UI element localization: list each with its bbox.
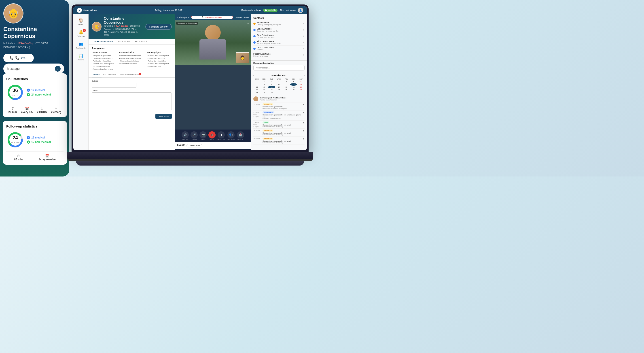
subject-label: Subject	[92, 80, 172, 82]
send-icon[interactable]: →	[300, 66, 302, 69]
cal-day[interactable]	[253, 81, 260, 83]
cal-day-27[interactable]: 27	[298, 89, 304, 91]
cal-day-13[interactable]: 13	[298, 83, 304, 86]
call-donut-chart: 36 CALLS	[6, 84, 24, 101]
add-caller-button[interactable]: 👤+	[228, 131, 234, 138]
message-bar[interactable]: Message ↓	[3, 64, 64, 74]
tab-providers[interactable]: PROVIDERS	[132, 39, 149, 44]
tab-call-history[interactable]: CALL HISTORY	[102, 73, 118, 77]
contact-first-d: First D-Last Name Primary pharmacy ▼	[253, 52, 304, 58]
cal-day-1[interactable]: 1	[261, 81, 268, 83]
sidebar-item-home[interactable]: 🏠 Home	[74, 16, 88, 27]
cal-day-11[interactable]: 11	[283, 83, 290, 86]
cal-day-3[interactable]: 3	[276, 81, 283, 83]
cal-day-10[interactable]: 10	[276, 83, 283, 86]
laptop-container: N Never Alone Friday, November 12 2021 E…	[67, 5, 313, 172]
cal-day-4[interactable]: 4	[283, 81, 290, 83]
tab-notes[interactable]: NOTES	[92, 73, 102, 77]
call-statistics-card: Call statistics 36 CALLS + 12 medical	[3, 73, 67, 117]
sidebar-item-followup[interactable]: 🔔 Follow-up 24	[74, 28, 88, 39]
cal-day-29[interactable]: 29	[261, 91, 268, 94]
contact-d-arrow[interactable]: ▼	[302, 54, 304, 56]
patient-cts: CTS 90853	[36, 42, 48, 45]
volume-button[interactable]: 🔊	[182, 131, 189, 138]
cal-day-12[interactable]: 12	[290, 83, 297, 86]
cal-day-24[interactable]: 24	[276, 89, 283, 91]
save-notes-button[interactable]: Save notes	[156, 114, 172, 119]
video-button[interactable]: 📷	[200, 131, 206, 138]
sound-button[interactable]: 🎤	[190, 131, 198, 138]
add-caller-control: 👤+ ADD CALLER	[227, 131, 235, 140]
app-logo: N Never Alone	[77, 8, 97, 13]
cal-day-21[interactable]: 21	[253, 89, 260, 91]
hold-button[interactable]: ⏸	[218, 131, 225, 138]
cal-day-8[interactable]: 8	[261, 83, 268, 86]
cal-day-30[interactable]: 30	[268, 91, 275, 94]
cal-day-7[interactable]: 7	[253, 83, 260, 86]
cal-day-28[interactable]: 28	[253, 91, 260, 94]
event-expand-1[interactable]: ▼	[302, 103, 304, 109]
emergency-button[interactable]: 📞 Emergency services	[191, 16, 233, 19]
event-appointment: 5:00pmEnds 5:40pm appointment Subject lo…	[253, 111, 304, 121]
event-subtitle-2: Provider/Location/Contact	[262, 118, 301, 119]
cal-day-23[interactable]: 23	[268, 89, 275, 91]
cal-day-14[interactable]: 14	[253, 86, 260, 88]
event-expand-4[interactable]: ▼	[302, 130, 304, 136]
end-call-control: 📵 END CALL	[208, 131, 216, 140]
contact-vance-role: Secondary emergency, Son	[257, 30, 301, 32]
cal-day-2[interactable]: 2	[268, 81, 275, 83]
issue-1: Temporibus quibusdam	[92, 54, 116, 57]
cal-day-19[interactable]: 19	[290, 86, 297, 88]
medical-button[interactable]: 🏥	[237, 131, 244, 138]
cal-day-empty-3[interactable]	[290, 91, 297, 94]
event-expand-5[interactable]: ▼	[302, 138, 304, 144]
call-button[interactable]: 📞 Call	[3, 54, 34, 62]
cal-day-empty-1[interactable]	[276, 91, 283, 94]
event-content-2: appointment Subject lorem ipsum dolor se…	[262, 111, 301, 119]
cal-day-empty-4[interactable]	[298, 91, 304, 94]
availability-toggle[interactable]: Available	[263, 9, 278, 12]
message-input[interactable]	[255, 67, 299, 69]
complete-session-button[interactable]: Complete session	[145, 24, 172, 30]
event-expand-3[interactable]: ▼	[302, 122, 304, 128]
call-scripts-link[interactable]: Call scripts ↗	[177, 16, 190, 19]
cal-day-15[interactable]: 15	[261, 86, 268, 88]
resolve-value: 2-day resolve	[38, 158, 56, 161]
cal-day-16[interactable]: 16	[268, 86, 275, 88]
sidebar-item-reports[interactable]: 📊 Reports	[74, 52, 88, 63]
tab-followup-tickets[interactable]: FOLLOW-UP TICKETS !	[118, 73, 141, 77]
cal-day-18[interactable]: 18	[283, 86, 290, 88]
cal-day-5[interactable]: 5	[290, 81, 297, 83]
cal-day-9[interactable]: 9	[268, 83, 275, 86]
participants-icon: 👥	[78, 42, 84, 47]
create-event-button[interactable]: + Create event	[186, 144, 202, 147]
call-label: CALLS	[12, 94, 18, 96]
contact-arrow[interactable]: ▼	[302, 22, 304, 25]
cal-day-17[interactable]: 17	[276, 86, 283, 88]
tab-medication[interactable]: MEDICATION	[116, 39, 132, 44]
contact-vance-arrow[interactable]: ▼	[302, 29, 304, 31]
sidebar-item-participants[interactable]: 👥 Participants	[74, 40, 88, 51]
details-textarea[interactable]	[92, 92, 172, 110]
user-avatar[interactable]: 👤	[298, 8, 303, 13]
cal-day-20[interactable]: 20	[298, 86, 304, 88]
tab-health-overview[interactable]: HEALTH OVERVIEW	[92, 39, 116, 44]
next-month-button[interactable]: ›	[304, 74, 304, 77]
cal-day-6[interactable]: 6	[298, 81, 304, 83]
cal-day-22[interactable]: 22	[261, 89, 268, 91]
prev-month-button[interactable]: ‹	[253, 74, 254, 77]
message-arrow[interactable]: ↓	[55, 66, 60, 72]
event-title-2: Subject lorem ipsum dolor set amet euisa…	[262, 114, 301, 118]
contact-c-arrow[interactable]: ▼	[302, 48, 304, 50]
contact-b-arrow[interactable]: ▼	[302, 41, 304, 44]
contact-a-arrow[interactable]: ▼	[302, 35, 304, 37]
center-panel: 👴 Constantine Copernicus he/him/his HIPA…	[88, 14, 175, 150]
video-main: Constantine Copernicus ··· 👩	[175, 20, 251, 65]
video-options[interactable]: ···	[247, 22, 250, 25]
cal-day-25[interactable]: 25	[283, 89, 290, 91]
cal-day-empty-2[interactable]	[283, 91, 290, 94]
end-call-button[interactable]: 📵	[208, 131, 216, 138]
subject-input[interactable]	[92, 83, 136, 88]
cal-day-26[interactable]: 26	[290, 89, 297, 91]
event-expand-2[interactable]: ▼	[302, 111, 304, 119]
